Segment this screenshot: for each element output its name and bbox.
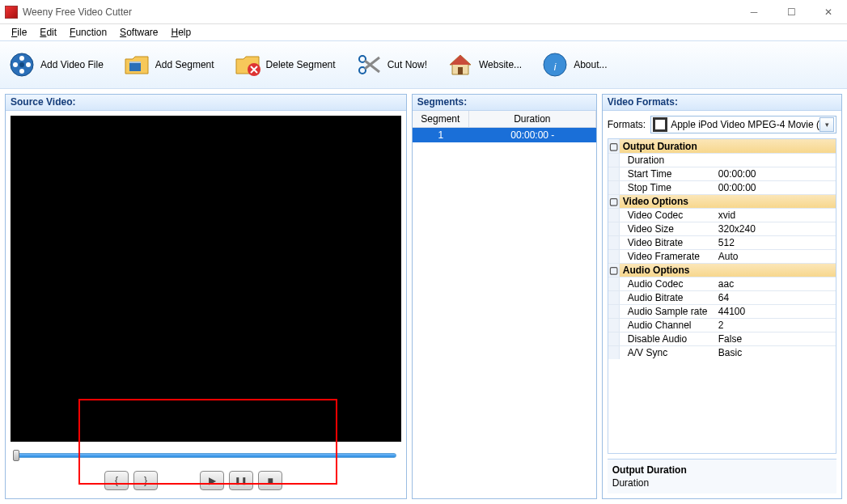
svg-point-2 xyxy=(26,62,31,67)
brace-left-icon: { xyxy=(115,475,118,486)
property-row[interactable]: Audio Channel2 xyxy=(608,318,836,332)
film-reel-icon xyxy=(8,51,36,78)
property-row[interactable]: Audio Sample rate44100 xyxy=(608,304,836,318)
property-value[interactable]: False xyxy=(715,333,836,345)
mark-in-button[interactable]: { xyxy=(104,471,129,490)
pause-button[interactable]: ❚❚ xyxy=(229,471,253,490)
svg-text:i: i xyxy=(554,61,557,73)
source-video-header: Source Video: xyxy=(6,95,406,111)
property-value[interactable]: 44100 xyxy=(715,306,836,317)
toolbar: Add Video File Add Segment Delete Segmen… xyxy=(0,40,847,89)
play-button[interactable]: ▶ xyxy=(200,471,224,490)
minimize-button[interactable]: ─ xyxy=(735,0,773,24)
property-row[interactable]: Duration xyxy=(608,153,836,167)
expand-spacer xyxy=(608,209,620,222)
svg-rect-7 xyxy=(129,61,141,63)
property-grid[interactable]: ▢Output DurationDurationStart Time00:00:… xyxy=(608,138,836,454)
property-value[interactable]: 64 xyxy=(715,292,836,303)
maximize-button[interactable]: ☐ xyxy=(773,0,810,24)
home-icon xyxy=(447,51,474,78)
property-key: Video Framerate xyxy=(620,251,715,262)
formats-header: Video Formats: xyxy=(603,95,841,111)
property-value[interactable]: Auto xyxy=(715,251,836,262)
property-row[interactable]: Video Bitrate512 xyxy=(608,235,836,249)
property-value[interactable]: Basic xyxy=(715,347,836,358)
svg-point-4 xyxy=(13,62,18,67)
property-key: Video Codec xyxy=(620,210,715,221)
pause-icon: ❚❚ xyxy=(235,476,248,485)
segments-table-body: 100:00:00 - xyxy=(413,128,596,142)
mark-out-button[interactable]: } xyxy=(133,471,158,490)
property-row[interactable]: Video FramerateAuto xyxy=(608,249,836,263)
cut-now-label: Cut Now! xyxy=(388,59,427,70)
property-row[interactable]: Audio Codecaac xyxy=(608,277,836,290)
property-row[interactable]: Disable AudioFalse xyxy=(608,332,836,345)
property-value[interactable]: xvid xyxy=(715,210,836,221)
info-icon: i xyxy=(541,51,569,78)
property-section[interactable]: ▢Output Duration xyxy=(608,139,836,153)
close-button[interactable]: ✕ xyxy=(810,0,847,24)
expand-spacer xyxy=(608,250,620,263)
collapse-icon[interactable]: ▢ xyxy=(608,139,620,153)
property-row[interactable]: Video Size320x240 xyxy=(608,222,836,235)
menu-edit[interactable]: Edit xyxy=(33,25,63,40)
property-section[interactable]: ▢Audio Options xyxy=(608,263,836,277)
property-detail: Output Duration Duration xyxy=(608,459,836,493)
website-label: Website... xyxy=(479,59,522,70)
detail-desc: Duration xyxy=(612,477,832,489)
add-segment-button[interactable]: Add Segment xyxy=(123,51,214,78)
format-selected-text: Apple iPod Video MPEG-4 Movie ( xyxy=(671,119,819,130)
property-row[interactable]: Audio Bitrate64 xyxy=(608,290,836,304)
formats-panel: Video Formats: Formats: Apple iPod Video… xyxy=(602,94,842,499)
segments-header: Segments: xyxy=(413,95,596,111)
video-preview[interactable] xyxy=(11,116,401,442)
dropdown-icon[interactable]: ▾ xyxy=(819,117,834,132)
timeline-track[interactable] xyxy=(11,447,401,463)
video-area: { } ▶ ❚❚ ■ xyxy=(6,111,406,498)
property-row[interactable]: Start Time00:00:00 xyxy=(608,167,836,180)
collapse-icon[interactable]: ▢ xyxy=(608,195,620,208)
cut-now-button[interactable]: Cut Now! xyxy=(355,51,427,78)
expand-spacer xyxy=(608,154,620,167)
stop-icon: ■ xyxy=(267,475,273,486)
menu-software[interactable]: Software xyxy=(113,25,164,40)
delete-segment-button[interactable]: Delete Segment xyxy=(234,51,336,78)
add-video-button[interactable]: Add Video File xyxy=(8,51,104,78)
section-name: Video Options xyxy=(620,196,836,207)
expand-spacer xyxy=(608,319,620,332)
property-key: Duration xyxy=(620,155,715,166)
property-section[interactable]: ▢Video Options xyxy=(608,194,836,208)
property-value[interactable]: aac xyxy=(715,278,836,290)
format-type-icon xyxy=(653,117,667,132)
folder-delete-icon xyxy=(234,51,261,78)
cell-duration: 00:00:00 - xyxy=(469,128,596,142)
property-value[interactable]: 00:00:00 xyxy=(715,168,836,180)
col-segment[interactable]: Segment xyxy=(413,111,469,127)
property-key: A/V Sync xyxy=(620,347,715,358)
property-value[interactable]: 2 xyxy=(715,320,836,331)
property-key: Audio Channel xyxy=(620,320,715,331)
menu-help[interactable]: Help xyxy=(164,25,197,40)
format-select[interactable]: Apple iPod Video MPEG-4 Movie ( ▾ xyxy=(650,116,836,133)
add-segment-label: Add Segment xyxy=(155,59,214,70)
timeline-handle[interactable] xyxy=(13,450,19,461)
menu-file[interactable]: File xyxy=(5,25,33,40)
property-row[interactable]: Video Codecxvid xyxy=(608,208,836,222)
titlebar: Weeny Free Video Cutter ─ ☐ ✕ xyxy=(0,0,847,24)
property-value[interactable]: 00:00:00 xyxy=(715,182,836,193)
col-duration[interactable]: Duration xyxy=(469,111,596,127)
stop-button[interactable]: ■ xyxy=(258,471,282,490)
property-row[interactable]: A/V SyncBasic xyxy=(608,345,836,359)
about-button[interactable]: i About... xyxy=(541,51,607,78)
expand-spacer xyxy=(608,222,620,235)
menu-function[interactable]: Function xyxy=(63,25,113,40)
add-video-label: Add Video File xyxy=(40,59,104,70)
formats-label: Formats: xyxy=(608,119,646,130)
property-row[interactable]: Stop Time00:00:00 xyxy=(608,180,836,194)
property-value[interactable]: 512 xyxy=(715,237,836,248)
table-row[interactable]: 100:00:00 - xyxy=(413,128,596,142)
website-button[interactable]: Website... xyxy=(447,51,522,78)
property-value[interactable]: 320x240 xyxy=(715,223,836,235)
svg-point-5 xyxy=(19,62,24,67)
collapse-icon[interactable]: ▢ xyxy=(608,264,620,277)
